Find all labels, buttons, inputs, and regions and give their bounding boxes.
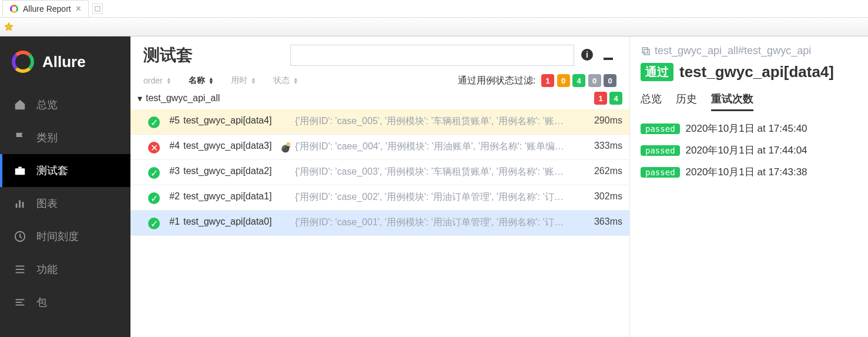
list-icon (13, 262, 27, 276)
sidebar-item-label: 测试套 (36, 164, 68, 178)
col-status[interactable]: 状态▲▼ (273, 75, 299, 86)
detail-title: 通过 test_gwyc_api[data4] (641, 63, 857, 81)
test-row[interactable]: ✓ #1 test_gwyc_api[data0] {'用例ID': 'case… (130, 211, 629, 236)
browser-tab-bar: Allure Report × (0, 0, 868, 18)
test-params: {'用例ID': 'case_003', '用例模块': '车辆租赁账单', '… (295, 166, 584, 179)
sidebar-item-label: 时间刻度 (36, 229, 79, 243)
test-params: {'用例ID': 'case_001', '用例模块': '用油订单管理', '… (295, 216, 584, 229)
detail-tabs: 总览 历史 重试次数 (641, 92, 857, 111)
test-params: {'用例ID': 'case_005', '用例模块': '车辆租赁账单', '… (295, 115, 584, 128)
svg-rect-10 (16, 302, 22, 303)
suite-header: 测试套 i (130, 36, 629, 74)
search-input[interactable] (290, 45, 574, 66)
svg-rect-3 (19, 201, 21, 208)
sidebar-item-label: 图表 (36, 196, 58, 211)
test-order: #4 (163, 141, 180, 154)
test-row[interactable]: ✓ #2 test_gwyc_api[data1] {'用例ID': 'case… (130, 185, 629, 211)
sidebar-item-overview[interactable]: 总览 (0, 88, 130, 121)
col-duration[interactable]: 用时▲▼ (231, 75, 257, 86)
test-duration: 333ms (587, 141, 622, 154)
svg-rect-1 (15, 168, 25, 175)
retry-entry[interactable]: passed 2020年10月1日 at 17:43:38 (641, 165, 857, 179)
sidebar-item-packages[interactable]: 包 (0, 286, 130, 319)
filter-label: 通过用例状态过滤: (458, 75, 535, 87)
test-order: #5 (163, 115, 180, 128)
sidebar-item-categories[interactable]: 类别 (0, 121, 130, 154)
svg-rect-4 (22, 202, 24, 208)
suite-row[interactable]: ▾ test_gwyc_api_all 1 4 (130, 87, 629, 109)
clock-icon (13, 229, 27, 243)
filter-badge[interactable]: 1 (541, 74, 554, 87)
main: 测试套 i order▲▼ 名称▲▼ 用时▲▼ 状态▲▼ 通过用例状态过滤: 1… (130, 36, 868, 337)
allure-favicon (10, 5, 18, 13)
breadcrumb-text: test_gwyc_api_all#test_gwyc_api (655, 45, 811, 57)
bomb-icon: 💣 (280, 142, 292, 153)
test-row[interactable]: ✓ #5 test_gwyc_api[data4] {'用例ID': 'case… (130, 109, 629, 135)
check-icon: ✓ (148, 167, 160, 179)
sidebar-item-suites[interactable]: 测试套 (0, 154, 130, 187)
sidebar-item-graph[interactable]: 图表 (0, 187, 130, 220)
close-icon[interactable]: × (76, 4, 81, 14)
svg-rect-7 (16, 269, 25, 270)
new-tab-button[interactable] (92, 4, 103, 14)
tab-history[interactable]: 历史 (676, 92, 697, 111)
retry-status-badge: passed (641, 124, 680, 134)
sort-icon: ▲▼ (209, 77, 215, 84)
sort-icon: ▲▼ (166, 77, 172, 84)
browser-tab[interactable]: Allure Report × (2, 0, 89, 18)
sidebar-item-timeline[interactable]: 时间刻度 (0, 220, 130, 253)
test-duration: 363ms (587, 216, 622, 229)
tab-retries[interactable]: 重试次数 (711, 92, 753, 111)
retry-entry[interactable]: passed 2020年10月1日 at 17:45:40 (641, 122, 857, 135)
check-icon: ✓ (148, 192, 160, 204)
suite-badge: 1 (594, 92, 607, 105)
allure-logo-icon (12, 51, 34, 73)
tab-title: Allure Report (23, 4, 71, 14)
breadcrumb[interactable]: test_gwyc_api_all#test_gwyc_api (641, 45, 857, 57)
retry-timestamp: 2020年10月1日 at 17:45:40 (686, 122, 807, 135)
chevron-down-icon: ▾ (138, 93, 142, 104)
sidebar: Allure 总览 类别 测试套 图表 时间刻度 功能 包 (0, 36, 130, 337)
filter-badge[interactable]: 0 (588, 74, 601, 87)
check-icon: ✓ (148, 218, 160, 229)
svg-rect-6 (16, 266, 25, 267)
home-icon (13, 98, 27, 112)
test-params: {'用例ID': 'caee_004', '用例模块': '用油账单', '用例… (295, 141, 584, 154)
suite-badge: 4 (609, 92, 622, 105)
check-icon: ✓ (148, 116, 160, 128)
bookmark-icon[interactable] (4, 22, 14, 32)
filter-badge[interactable]: 4 (572, 74, 585, 87)
sidebar-item-behaviors[interactable]: 功能 (0, 253, 130, 286)
detail-panel: test_gwyc_api_all#test_gwyc_api 通过 test_… (630, 36, 868, 337)
x-icon: ✕ (148, 142, 160, 154)
brand-text: Allure (42, 53, 86, 71)
col-name[interactable]: 名称▲▼ (189, 75, 215, 86)
sort-icon: ▲▼ (251, 77, 257, 84)
test-row[interactable]: ✕ #4 test_gwyc_api[data3] 💣 {'用例ID': 'ca… (130, 135, 629, 160)
logo[interactable]: Allure (0, 36, 130, 88)
col-order[interactable]: order▲▼ (143, 76, 172, 85)
svg-rect-2 (16, 203, 18, 208)
test-order: #1 (163, 216, 180, 229)
sidebar-item-label: 类别 (36, 131, 58, 145)
retry-timestamp: 2020年10月1日 at 17:43:38 (686, 165, 807, 179)
page-title: 测试套 (143, 46, 284, 65)
retry-timestamp: 2020年10月1日 at 17:44:04 (686, 144, 807, 157)
test-name: test_gwyc_api[data4] (679, 63, 834, 81)
test-duration: 290ms (587, 115, 622, 128)
test-order: #2 (163, 191, 180, 204)
tab-overview[interactable]: 总览 (641, 92, 662, 111)
filter-badge[interactable]: 0 (604, 74, 616, 87)
copy-icon (641, 46, 651, 56)
filter-badge[interactable]: 0 (557, 74, 570, 87)
download-icon[interactable] (601, 48, 616, 63)
browser-toolbar (0, 18, 868, 36)
test-name: test_gwyc_api[data2] (183, 166, 277, 179)
test-name: test_gwyc_api[data0] (183, 216, 277, 229)
app-root: Allure 总览 类别 测试套 图表 时间刻度 功能 包 (0, 36, 868, 337)
retry-entry[interactable]: passed 2020年10月1日 at 17:44:04 (641, 144, 857, 157)
briefcase-icon (13, 164, 27, 178)
column-headers: order▲▼ 名称▲▼ 用时▲▼ 状态▲▼ (143, 75, 458, 86)
info-icon[interactable]: i (580, 48, 595, 63)
test-row[interactable]: ✓ #3 test_gwyc_api[data2] {'用例ID': 'case… (130, 160, 629, 185)
